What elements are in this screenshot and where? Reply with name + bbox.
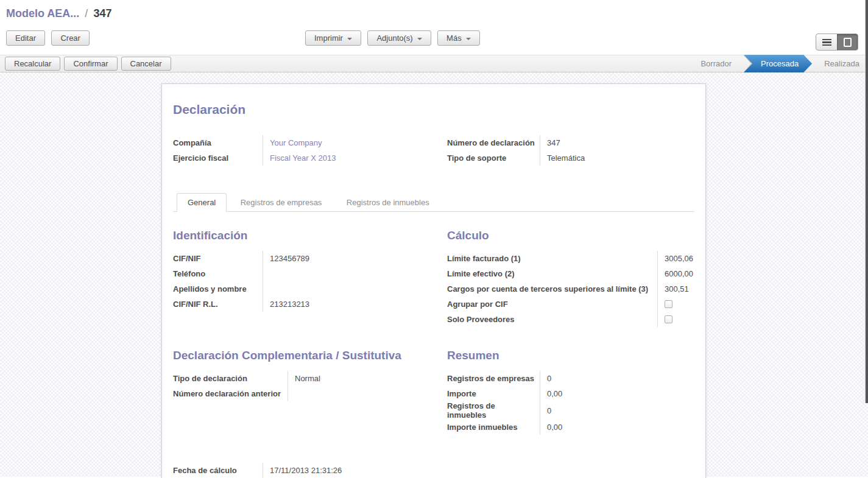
field-label: Fecha de cálculo [173,466,263,475]
tab-general[interactable]: General [177,193,227,212]
section-title: Declaración Complementaria / Sustitutiva [173,349,447,362]
recalculate-button[interactable]: Recalcular [5,57,60,71]
field-label: Ejercicio fiscal [173,153,263,163]
section-identificacion: Identificación CIF/NIF 123456789 Teléfon… [173,229,447,327]
field-apellidos-nombre: Apellidos y nombre [173,281,447,297]
solo-proveedores-checkbox[interactable] [665,315,672,323]
section-resumen: Resumen Registros de empresas 0 Importe … [447,349,694,435]
status-procesada-active: Procesada [744,55,812,72]
breadcrumb-model-link[interactable]: Modelo AEA... [6,7,79,19]
view-switcher [816,32,858,51]
status-realizada: Realizada [812,59,868,68]
sidebar-actions-group: Imprimir Adjunto(s) Más [305,30,480,46]
list-view-button[interactable] [816,34,837,50]
header-fields: Compañía Your Company Ejercicio fiscal F… [173,135,694,166]
form-view-button[interactable] [837,34,858,50]
breadcrumb-bar: Modelo AEA... / 347 [0,0,868,26]
field-value: 0 [540,401,694,420]
form-toolbar: Editar Crear Imprimir Adjunto(s) Más [0,26,868,55]
field-value: 17/11/2013 21:31:26 [263,463,447,478]
field-label: Número declaración anterior [173,389,288,398]
field-label: Cargos por cuenta de terceros superiores… [447,284,657,293]
field-compania: Compañía Your Company [173,135,447,150]
more-label: Más [446,33,462,43]
fiscal-year-link[interactable]: Fiscal Year X 2013 [263,150,447,166]
cancel-button[interactable]: Cancelar [121,57,171,71]
confirm-button[interactable]: Confirmar [64,57,117,71]
field-label: Límite efectivo (2) [447,269,657,278]
field-label: Registros de inmuebles [447,401,540,420]
edit-button[interactable]: Editar [6,30,45,46]
form-icon [844,38,852,47]
attachment-label: Adjunto(s) [376,33,412,43]
field-registros-empresas: Registros de empresas 0 [447,371,694,386]
agrupar-por-cif-checkbox[interactable] [665,300,672,308]
field-value [657,297,694,312]
field-numero-declaracion: Número de declaración 347 [447,135,694,150]
field-agrupar-por-cif: Agrupar por CIF [447,297,694,312]
field-solo-proveedores: Solo Proveedores [447,312,694,327]
field-value: 347 [540,135,694,150]
field-registros-inmuebles: Registros de inmuebles 0 [447,401,694,420]
field-value: Normal [288,371,447,386]
field-tipo-declaracion: Tipo de declaración Normal [173,371,447,386]
more-dropdown-button[interactable]: Más [437,30,480,46]
field-label: Importe [447,389,540,398]
caret-down-icon [466,38,471,40]
field-fecha-calculo: Fecha de cálculo 17/11/2013 21:31:26 [173,463,447,478]
field-value: 0,00 [540,386,694,401]
sheet-title: Declaración [173,102,694,117]
field-value: 6000,00 [657,266,694,281]
field-label: Teléfono [173,269,263,278]
field-value [657,312,694,327]
field-value: 0 [540,371,694,386]
edit-create-group: Editar Crear [6,30,90,46]
fecha-row: Fecha de cálculo 17/11/2013 21:31:26 [173,463,694,478]
field-label: Compañía [173,138,263,147]
field-value [263,281,447,297]
field-label: CIF/NIF R.L. [173,300,263,309]
section-row-1: Identificación CIF/NIF 123456789 Teléfon… [173,229,694,327]
breadcrumb-separator: / [82,7,90,19]
caret-down-icon [347,38,352,40]
field-value: 123456789 [263,251,447,266]
field-telefono: Teléfono [173,266,447,281]
field-tipo-soporte: Tipo de soporte Telemática [447,150,694,166]
section-row-2: Declaración Complementaria / Sustitutiva… [173,349,694,435]
tab-registros-empresas[interactable]: Registros de empresas [230,193,333,212]
app-window: Modelo AEA... / 347 Editar Crear Imprimi… [0,0,868,478]
field-label: Solo Proveedores [447,315,657,324]
section-complementaria: Declaración Complementaria / Sustitutiva… [173,349,447,435]
field-value: 213213213 [263,297,447,312]
list-icon [822,39,831,46]
statusbar: Borrador Procesada Realizada [688,55,868,72]
create-button[interactable]: Crear [51,30,90,46]
field-label: Apellidos y nombre [173,284,263,293]
breadcrumb-record: 347 [93,7,111,19]
field-value [263,266,447,281]
field-label: Registros de empresas [447,374,540,383]
field-cif-nif-rl: CIF/NIF R.L. 213213213 [173,297,447,312]
field-label: Tipo de soporte [447,153,540,163]
company-link[interactable]: Your Company [263,135,447,150]
field-limite-efectivo: Límite efectivo (2) 6000,00 [447,266,694,281]
vertical-scrollbar[interactable] [865,0,868,403]
attachment-dropdown-button[interactable]: Adjunto(s) [367,30,431,46]
field-ejercicio-fiscal: Ejercicio fiscal Fiscal Year X 2013 [173,150,447,166]
field-label: CIF/NIF [173,254,263,263]
field-label: Importe inmuebles [447,423,540,432]
field-cif-nif: CIF/NIF 123456789 [173,251,447,266]
tab-registros-inmuebles[interactable]: Registros de inmuebles [336,193,440,212]
section-calculo: Cálculo Límite facturado (1) 3005,06 Lím… [447,229,694,327]
breadcrumb: Modelo AEA... / 347 [6,7,862,20]
status-borrador: Borrador [688,59,744,68]
field-importe: Importe 0,00 [447,386,694,401]
print-dropdown-button[interactable]: Imprimir [305,30,361,46]
field-cargos-terceros: Cargos por cuenta de terceros superiores… [447,281,694,297]
main-content: Declaración Compañía Your Company Ejerci… [0,72,868,477]
field-label: Tipo de declaración [173,374,288,383]
section-title: Resumen [447,349,694,362]
notebook-tabs: General Registros de empresas Registros … [173,192,694,212]
field-limite-facturado: Límite facturado (1) 3005,06 [447,251,694,266]
field-value: 0,00 [540,420,694,435]
